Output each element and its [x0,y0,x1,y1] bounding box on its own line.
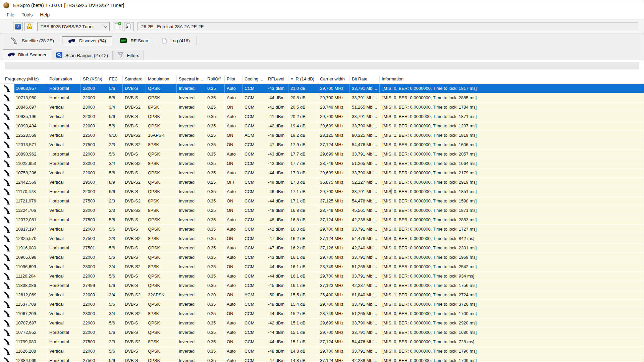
table-row[interactable]: 12325,570Vertical275002/3DVB-S28PSKInver… [0,234,644,243]
table-row[interactable]: 12072,081Horizontal275005/6DVB-SQPSKInve… [0,215,644,225]
table-row[interactable]: 12384,069Horizontal275005/6DVB-SQPSKInve… [0,356,644,362]
table-row[interactable]: 11170,478Horizontal220005/6DVB-SQPSKInve… [0,187,644,196]
column-header-rf[interactable]: RFLevel [266,76,288,82]
table-row[interactable]: 11224,706Vertical230002/3DVB-S28PSKInver… [0,206,644,215]
log-page-icon [162,38,167,44]
satellite-field[interactable]: 28.2E - Eutelsat 28A-2A-2E-2F [138,22,638,31]
cell-info: [MIS: 0, BER: 0,0000000, Time to lock: 1… [380,140,644,149]
satellite-dish-icon [3,188,11,195]
table-row[interactable]: 10713,950Horizontal220005/6DVB-SQPSKInve… [0,93,644,103]
cell-std: DVB-S [123,112,146,121]
column-header-mod[interactable]: Modulation [146,76,177,82]
cell-roll: 0.35 [205,318,225,327]
column-header-cw[interactable]: Carrier width [318,76,350,82]
tuner-select[interactable]: TBS 6925 DVBS/S2 Tuner [37,22,110,31]
table-row[interactable]: 10935,196Vertical220005/6DVB-SQPSKInvert… [0,112,644,121]
table-row[interactable]: 11067,209Vertical230003/4DVB-S28PSKInver… [0,309,644,318]
cell-pol: Vertical [47,178,81,187]
column-header-pilot[interactable]: Pilot [225,76,243,82]
column-header-pol[interactable]: Polarization [47,76,81,82]
binoculars-icon [68,38,75,43]
cell-coding: CCM [243,84,266,93]
info-button[interactable]: i [13,22,23,31]
cell-r14: 15,1 dB [288,337,318,346]
cell-rf: -48 dBm [266,300,288,309]
cell-freq: 10758,206 [14,168,47,177]
table-row[interactable]: 11916,080Horizontal275015/6DVB-SQPSKInve… [0,243,644,253]
lock-button[interactable] [24,22,34,31]
table-row[interactable]: 10772,952Horizontal220005/6DVB-SQPSKInve… [0,328,644,337]
cell-rf: -44 dBm [266,337,288,346]
table-row[interactable]: 10817,197Vertical220005/6DVB-SQPSKInvert… [0,225,644,234]
cell-info: [MIS: 0, BER: 0,0000000, Time to lock: 1… [380,206,644,215]
table-row[interactable]: 11799,080Horizontal275002/3DVB-S28PSKInv… [0,337,644,347]
column-header-roll[interactable]: RollOff [205,76,225,82]
add-note-button[interactable]: + [113,22,122,31]
cell-std: DVB-S [123,168,146,177]
table-row[interactable]: 11721,076Horizontal275002/3DVB-S28PSKInv… [0,196,644,206]
table-row[interactable]: 10758,206Vertical220005/6DVB-SQPSKInvert… [0,168,644,178]
column-header-std[interactable]: Standard [123,76,146,82]
cell-pilot: ON [225,234,243,243]
subtab-scan-ranges[interactable]: Scan Ranges (2 of 2) [52,51,113,60]
table-row[interactable]: 10890,962Horizontal220005/6DVB-SQPSKInve… [0,149,644,159]
table-row[interactable]: 12523,569Vertical225009/10DVB-S216APSKIn… [0,131,644,140]
table-row[interactable]: 11626,208Vertical220005/6DVB-SQPSKInvert… [0,347,644,356]
cell-std: DVB-S [123,215,146,224]
cell-spec: Inverted [177,309,205,318]
table-row[interactable]: 12013,571Vertical275002/3DVB-S28PSKInver… [0,140,644,149]
satellite-dish-icon [3,216,11,224]
table-row[interactable]: 11537,708Vertical220005/6DVB-SQPSKInvert… [0,300,644,309]
row-band: 12442,569Vertical295008/9DVB-S2QPSKInver… [14,178,644,187]
cell-sr: 27500 [81,215,107,224]
cell-mod: QPSK [146,243,177,252]
column-header-r14[interactable]: ▼ R (14 dB) [288,76,318,82]
cell-freq: 11916,080 [14,243,47,252]
column-header-sr[interactable]: SR (KS/s) [81,76,107,82]
cell-mod: QPSK [146,93,177,102]
table-row[interactable]: 12612,069Vertical220003/4DVB-S232APSKInv… [0,290,644,300]
column-header-spec[interactable]: Spectral in... [177,76,205,82]
cell-mod: QPSK [146,112,177,121]
table-row[interactable]: 10787,697Vertical220005/6DVB-SQPSKInvert… [0,318,644,328]
column-header-fec[interactable]: FEC [107,76,123,82]
cell-sr: 22000 [81,253,107,262]
filter-funnel-icon [118,52,124,59]
column-header-br[interactable]: Bit Rate [350,76,380,82]
table-row[interactable]: 11838,086Horizontal274995/6DVB-SQPSKInve… [0,281,644,290]
cell-r14: 16,1 dB [288,272,318,281]
tab-discover[interactable]: Discover (84) [62,36,112,45]
row-icon-gutter [0,112,14,121]
menu-help[interactable]: Help [36,11,53,18]
cell-info: [MIS: 0, BER: 0,0000000, Time to lock: 1… [380,225,644,234]
column-header-info[interactable]: Information [380,76,644,82]
cell-coding: CCM [243,121,266,130]
row-icon-gutter [0,149,14,159]
table-row[interactable]: 11126,204Vertical220005/6DVB-SQPSKInvert… [0,272,644,281]
cell-pilot: Auto [225,300,243,309]
table-row[interactable]: 10993,434Horizontal220005/6DVB-SQPSKInve… [0,121,644,131]
cell-pol: Vertical [47,300,81,309]
cell-br: 54,478 Mbi... [350,196,380,205]
table-row[interactable]: 10846,697Vertical230003/4DVB-S28PSKInver… [0,103,644,112]
table-row[interactable]: 12442,569Vertical295008/9DVB-S2QPSKInver… [0,178,644,187]
table-row[interactable]: 11022,953Horizontal230003/4DVB-S28PSKInv… [0,159,644,168]
cell-spec: Inverted [177,168,205,177]
satellite-dish-icon [3,319,11,327]
column-header-coding[interactable]: Coding ... [243,76,266,82]
row-band: 10713,950Horizontal220005/6DVB-SQPSKInve… [14,93,644,102]
tab-rf-scan[interactable]: RF Scan [114,36,154,45]
table-row[interactable]: 11096,699Vertical230003/4DVB-S28PSKInver… [0,262,644,272]
menu-file[interactable]: File [3,11,18,18]
cell-roll: 0.25 [205,159,225,168]
export-button[interactable]: ◄ [124,22,134,31]
table-row[interactable]: 10905,698Vertical220005/6DVB-SQPSKInvert… [0,253,644,262]
subtab-filters[interactable]: Filters [113,51,144,60]
tab-log[interactable]: Log (418) [156,36,196,45]
cell-cw: 29,700 MHz [318,253,350,262]
menu-tools[interactable]: Tools [18,11,37,18]
column-header-freq[interactable]: Frequency (MHz) [0,76,47,82]
tab-satellite[interactable]: Satellite (28.2E) [5,36,60,45]
table-row[interactable]: 10963,957Horizontal220005/6DVB-SQPSKInve… [0,84,644,93]
subtab-blind-scanner[interactable]: Blind-Scanner [3,49,51,60]
